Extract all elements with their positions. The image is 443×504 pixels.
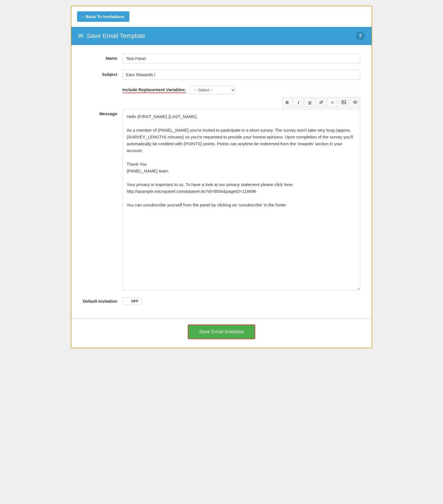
- name-label: Name: [83, 54, 122, 61]
- svg-point-3: [355, 102, 356, 103]
- footer-area: Save Email Invitation: [71, 324, 372, 348]
- toggle-switch[interactable]: OFF: [122, 297, 142, 305]
- subject-input[interactable]: [122, 70, 360, 80]
- default-invitation-row: Default Invitation OFF: [83, 297, 360, 305]
- toggle-off-label: OFF: [128, 298, 141, 305]
- message-editor-wrapper: Hello {FIRST_NAME} {LAST_NAME}, As a mem…: [122, 109, 360, 291]
- back-to-invitations-button[interactable]: ‹ Back To Invitations: [77, 11, 129, 22]
- image-button[interactable]: [339, 97, 349, 107]
- subject-row: Subject: [83, 70, 360, 80]
- help-button[interactable]: ?: [356, 31, 365, 40]
- svg-point-2: [353, 101, 357, 104]
- underline-button[interactable]: U: [305, 97, 315, 107]
- header-bar: ✉ Save Email Template ?: [71, 27, 372, 45]
- bold-button[interactable]: B: [282, 97, 292, 107]
- mail-icon: ✉: [78, 32, 83, 40]
- subject-label: Subject: [83, 70, 122, 77]
- chevron-left-icon: ‹: [82, 14, 84, 19]
- align-button[interactable]: ≡: [327, 97, 338, 107]
- variables-label: Include Replacement Variables:: [122, 87, 186, 93]
- default-invitation-label: Default Invitation: [83, 299, 122, 304]
- name-row: Name: [83, 54, 360, 63]
- message-row: Message Hello {FIRST_NAME} {LAST_NAME}, …: [83, 109, 360, 291]
- link-button[interactable]: [316, 97, 326, 107]
- section-divider: [71, 319, 372, 319]
- italic-button[interactable]: I: [293, 97, 304, 107]
- svg-rect-0: [342, 101, 346, 104]
- preview-button[interactable]: [350, 97, 360, 107]
- editor-toolbar: B I U ≡: [83, 97, 360, 107]
- name-input[interactable]: [122, 54, 360, 63]
- back-button-label: Back To Invitations: [86, 14, 124, 19]
- variables-select[interactable]: -- Select --: [190, 86, 235, 94]
- page-title: Save Email Template: [87, 32, 145, 40]
- form-area: Name Subject Include Replacement Variabl…: [71, 45, 372, 316]
- message-textarea[interactable]: Hello {FIRST_NAME} {LAST_NAME}, As a mem…: [122, 109, 360, 290]
- toggle-on-label: [123, 300, 128, 303]
- save-email-invitation-button[interactable]: Save Email Invitation: [188, 324, 255, 339]
- variables-row: Include Replacement Variables: -- Select…: [83, 86, 360, 94]
- header-title: ✉ Save Email Template: [78, 32, 145, 40]
- message-label: Message: [83, 109, 122, 116]
- top-bar: ‹ Back To Invitations: [71, 6, 372, 27]
- page-wrapper: ‹ Back To Invitations ✉ Save Email Templ…: [71, 6, 372, 348]
